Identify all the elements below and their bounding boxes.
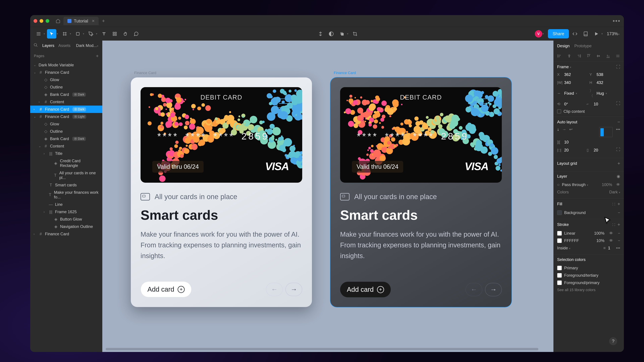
mask-tool[interactable] [337,29,347,38]
alignment-grid[interactable] [599,127,613,137]
crop-tool[interactable] [350,29,360,38]
padding-v-input[interactable]: ▯20 [587,147,614,153]
help-button[interactable]: ? [609,337,617,345]
shape-tool[interactable] [73,29,82,38]
layer-item[interactable]: ◇Glow [30,120,102,128]
add-layout-grid-button[interactable]: + [618,161,620,166]
prev-arrow-button[interactable]: ← [266,283,283,296]
stroke-more-button[interactable]: ••• [616,246,620,250]
wrap-direction-button[interactable]: ↩ [569,127,572,137]
add-card-button[interactable]: Add card + [340,282,391,297]
fill-item[interactable]: Background − [557,209,620,216]
pages-section-header[interactable]: Pages + [30,51,102,61]
prev-arrow-button[interactable]: ← [466,283,482,296]
user-avatar[interactable]: V [535,30,542,37]
align-center-tool[interactable] [316,29,325,38]
align-right-button[interactable] [576,54,581,59]
layer-item[interactable]: ›#Content [30,98,102,106]
assets-tab[interactable]: Assets [58,43,70,48]
remove-fill-button[interactable]: − [618,210,620,215]
close-window-button[interactable] [34,19,37,23]
stroke-position-select[interactable]: Inside ▾ [557,246,570,250]
layer-item[interactable]: ›|||Title [30,150,102,157]
vertical-direction-button[interactable]: ↓ [557,127,559,137]
layers-tab[interactable]: Layers [42,43,54,48]
opacity-input[interactable]: 100% [602,182,612,187]
layer-item[interactable]: ⌄#Finance Card [30,69,102,76]
layer-item[interactable]: ›#Finance Card⦿ Dark [30,106,102,113]
next-arrow-button[interactable]: → [485,283,502,296]
home-button[interactable] [54,17,62,25]
layer-item[interactable]: TAll your cards in one pl... [30,169,102,181]
app-menu-button[interactable]: ••• [613,17,620,24]
layer-item[interactable]: ◇Outline [30,83,102,91]
finance-card-dark[interactable]: DEBIT CARD ************2859 Valid thru 0… [330,77,512,307]
add-card-button[interactable]: Add card + [140,281,192,297]
height-mode-select[interactable]: 〉〈Hug▾ [590,88,620,99]
hand-tool[interactable] [121,29,130,38]
design-tab[interactable]: Design [557,43,570,48]
page-item[interactable]: ⌄ Dark Mode Variable [30,61,102,69]
layer-item[interactable]: ⌄#Content [30,142,102,150]
horizontal-direction-button[interactable]: → [562,127,566,137]
layer-settings-icon[interactable]: ◉ [617,174,620,179]
section-title[interactable]: Frame ▾ [557,64,571,69]
layer-item[interactable]: ›|||Frame 1625 [30,208,102,216]
layer-item[interactable]: ◈Bank Card⦿ Dark [30,91,102,98]
stroke-item[interactable]: Linear100%👁− [557,230,620,237]
x-input[interactable]: X362 [557,71,588,78]
align-vcenter-button[interactable] [596,54,601,59]
dev-mode-button[interactable] [570,29,580,38]
page-selector[interactable]: Dark Mod... ▾ [76,43,99,48]
width-mode-select[interactable]: ↔Fixed▾ [557,88,588,99]
library-button[interactable] [581,29,590,38]
distribute-button[interactable] [616,54,620,59]
align-left-button[interactable] [557,54,562,59]
text-tool[interactable] [99,29,109,38]
gap-input[interactable]: ]|[10 [557,139,620,145]
align-bottom-button[interactable] [606,54,610,59]
layer-item[interactable]: TMake your finances work fo... [30,189,102,201]
layer-item[interactable]: ◈Navigation Outline [30,223,102,230]
next-arrow-button[interactable]: → [286,283,302,296]
stroke-styles-button[interactable]: ⸬ [612,222,615,227]
width-input[interactable]: |W|340 [557,80,588,86]
autolayout-more-button[interactable]: ••• [616,127,620,137]
new-tab-button[interactable]: + [102,18,105,24]
selection-color-item[interactable]: Foreground/primary [557,279,620,286]
layer-item[interactable]: TSmart cards [30,181,102,189]
contrast-tool[interactable] [326,29,336,38]
color-mode-select[interactable]: Dark ▾ [609,190,620,194]
layer-item[interactable]: ◈Button Glow [30,216,102,223]
blend-mode-select[interactable]: Pass through ▾ [562,182,588,187]
clip-content-checkbox[interactable]: Clip content [557,109,620,114]
prototype-tab[interactable]: Prototype [574,43,592,48]
height-input[interactable]: H432 [590,80,620,86]
layer-item[interactable]: ⌄#Finance Card⦿ Light [30,113,102,120]
independent-padding-button[interactable]: ⛶ [616,147,620,153]
selection-color-item[interactable]: Foreground/tertiary [557,272,620,279]
stroke-item[interactable]: FFFFFF10%👁− [557,237,620,244]
see-all-colors-link[interactable]: See all 15 library colors [557,286,620,292]
layer-item[interactable]: ◈Credit Card Rectangle [30,157,102,169]
padding-h-input[interactable]: |□|20 [557,147,585,153]
finance-card-light[interactable]: DEBIT CARD ************2859 Valid thru 0… [131,77,312,307]
fill-styles-button[interactable]: ⸬ [612,202,615,206]
resources-tool[interactable] [110,29,120,38]
remove-autolayout-button[interactable]: − [618,119,620,125]
zoom-level[interactable]: 173% ▾ [607,31,620,36]
independent-corners-button[interactable]: ⛶ [616,101,620,107]
frame-tool[interactable] [60,29,70,38]
align-hcenter-button[interactable] [567,54,572,59]
share-button[interactable]: Share [548,29,569,38]
y-input[interactable]: Y538 [590,71,620,78]
layer-item[interactable]: —Line [30,201,102,208]
main-menu-button[interactable] [34,29,43,38]
rotation-input[interactable]: ⟲0° [557,101,585,107]
radius-input[interactable]: ⌐10 [587,101,614,107]
selection-color-item[interactable]: Primary [557,264,620,272]
canvas[interactable]: Finance Card Finance Card DEBIT CARD ***… [102,40,554,352]
comment-tool[interactable] [132,29,141,38]
minimize-window-button[interactable] [40,19,43,23]
resize-to-fit-icon[interactable]: ⛶ [616,64,620,69]
